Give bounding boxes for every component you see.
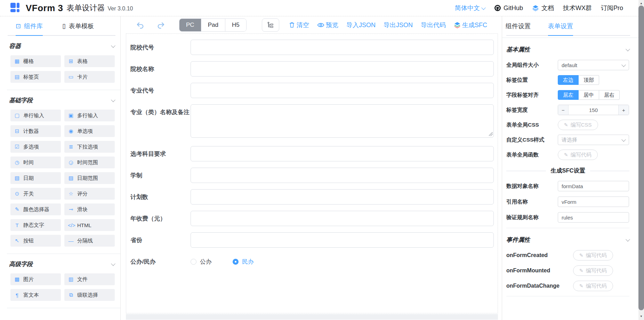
form-field-row[interactable]: 专业（类）名称及备注 (130, 104, 498, 138)
device-pc-button[interactable]: PC (179, 19, 201, 31)
widget-list-scroll[interactable]: 容器 ▦ 栅格 ⊞ 表格 ▤ 标 (0, 36, 120, 320)
label-align-right[interactable]: 居右 (599, 90, 620, 100)
scroll-up-arrow-icon[interactable]: ▲ (638, 1, 644, 6)
ref-name-input[interactable] (558, 197, 629, 207)
field-input[interactable] (191, 168, 494, 183)
undo-button[interactable] (136, 21, 145, 29)
label-position-top[interactable]: 顶部 (579, 75, 599, 85)
tab-form-templates[interactable]: ▯ 表单模板 (62, 16, 94, 36)
field-input[interactable] (191, 83, 494, 98)
widget-item[interactable]: ▧ 日期 (10, 172, 61, 184)
form-field-row[interactable]: 选考科目要求 (130, 146, 498, 161)
form-field-row[interactable]: 省份 (130, 232, 498, 248)
export-json-button[interactable]: 导出JSON (384, 21, 413, 29)
field-input[interactable] (191, 40, 494, 55)
widget-item[interactable]: T 静态文字 (10, 219, 61, 231)
language-selector[interactable]: 简体中文 (455, 4, 485, 12)
vertical-scrollbar[interactable]: ▲ ▼ (638, 0, 644, 320)
form-field-row[interactable]: 计划数 (130, 189, 498, 205)
label-width-value[interactable]: 150 (569, 105, 618, 115)
widget-item[interactable]: ▢ 单行输入 (10, 110, 61, 121)
field-input[interactable] (191, 146, 494, 161)
radio-option-private[interactable]: 民办 (233, 258, 254, 266)
data-object-input[interactable] (558, 181, 629, 191)
widget-item[interactable]: ⧉ 级联选择 (64, 289, 115, 301)
widget-item[interactable]: ¶ 富文本 (10, 289, 61, 301)
global-size-select[interactable]: default (558, 60, 629, 70)
custom-css-select[interactable]: 请选择 (558, 135, 629, 145)
label-align-left[interactable]: 居左 (558, 90, 579, 100)
widget-item[interactable]: ⊞ 表格 (64, 55, 115, 67)
wechat-group-link[interactable]: 技术WX群 (563, 4, 592, 12)
device-h5-button[interactable]: H5 (225, 19, 246, 31)
event-attrs-header[interactable]: 事件属性 (506, 236, 629, 244)
scrollbar-thumb[interactable] (638, 6, 644, 310)
section-header-containers[interactable]: 容器 (9, 42, 115, 50)
widget-item[interactable]: ◉ 单选项 (64, 125, 115, 137)
label-align-center[interactable]: 居中 (579, 90, 599, 100)
widget-item[interactable]: ▦ 栅格 (10, 55, 61, 67)
section-header-basic-fields[interactable]: 基础字段 (9, 96, 115, 104)
edit-onformcreated-button[interactable]: ✎ 编写代码 (573, 250, 613, 261)
field-input[interactable] (191, 232, 494, 248)
clear-button[interactable]: 清空 (289, 21, 309, 29)
widget-item[interactable]: ◶ 时间范围 (64, 157, 115, 168)
scroll-down-arrow-icon[interactable]: ▼ (638, 314, 644, 319)
redo-button[interactable] (156, 21, 165, 29)
node-tree-button[interactable] (262, 18, 279, 32)
widget-item[interactable]: ⊟ 计数器 (10, 125, 61, 137)
widget-item[interactable]: ☑ 多选项 (10, 141, 61, 153)
device-pad-button[interactable]: Pad (201, 19, 225, 31)
rules-name-input[interactable] (558, 212, 629, 223)
docs-link[interactable]: 文档 (532, 4, 554, 12)
form-field-row[interactable]: 院校名称 (130, 61, 498, 77)
widget-item[interactable]: — 分隔线 (64, 235, 115, 247)
widget-item[interactable]: ⊸ 滑块 (64, 203, 115, 215)
chevron-down-icon (621, 137, 626, 142)
generate-sfc-button[interactable]: 生成SFC (454, 21, 487, 29)
widget-item[interactable]: ▤ 标签页 (10, 71, 61, 83)
widget-item[interactable]: ▣ 多行输入 (64, 110, 115, 121)
form-field-row[interactable]: 年收费（元） (130, 211, 498, 226)
import-json-button[interactable]: 导入JSON (346, 21, 376, 29)
export-code-button[interactable]: 导出代码 (421, 21, 446, 29)
widget-item[interactable]: ▨ 日期范围 (64, 172, 115, 184)
widget-item[interactable]: ↖ 按钮 (10, 235, 61, 247)
edit-functions-button[interactable]: ✎ 编写代码 (558, 150, 598, 160)
field-input[interactable] (191, 189, 494, 205)
field-input[interactable] (191, 211, 494, 226)
form-field-row[interactable]: 专业代号 (130, 83, 498, 98)
widget-item[interactable]: ☆ 评分 (64, 188, 115, 200)
form-field-row[interactable]: 公办/民办 公办 民办 (130, 254, 498, 269)
section-header-advanced-fields[interactable]: 高级字段 (9, 260, 115, 268)
form-canvas[interactable]: 院校代号 院校名称 专业代号 专业（类）名称及备注 选考科目要求 (126, 33, 498, 313)
tab-form-settings[interactable]: 表单设置 (548, 16, 573, 36)
subscribe-pro-link[interactable]: 订阅Pro (601, 4, 623, 12)
edit-onformmounted-button[interactable]: ✎ 编写代码 (573, 265, 613, 276)
widget-item[interactable]: ▩ 图片 (10, 273, 61, 285)
field-input[interactable] (191, 61, 494, 77)
edit-onformdatachange-button[interactable]: ✎ 编写代码 (573, 281, 613, 291)
tab-component-library[interactable]: ⊡ 组件库 (16, 16, 43, 36)
tab-widget-settings[interactable]: 组件设置 (506, 16, 531, 36)
widget-item[interactable]: ≣ 下拉选项 (64, 141, 115, 153)
form-field-row[interactable]: 院校代号 (130, 40, 498, 55)
github-link[interactable]: GitHub (494, 5, 523, 12)
form-field-row[interactable]: 学制 (130, 168, 498, 183)
edit-css-button[interactable]: ✎ 编写CSS (558, 120, 598, 130)
widget-item-label: 时间范围 (77, 159, 98, 166)
field-textarea[interactable] (191, 104, 494, 138)
increment-button[interactable]: + (618, 105, 629, 115)
widget-item[interactable]: ⊙ 开关 (10, 188, 61, 200)
label-position-left[interactable]: 左边 (558, 75, 579, 85)
widget-item[interactable]: ✎ 颜色选择器 (10, 203, 61, 215)
widget-item[interactable]: ◷ 时间 (10, 157, 61, 168)
widget-item[interactable]: </> HTML (64, 219, 115, 231)
widget-item[interactable]: ▭ 卡片 (64, 71, 115, 83)
preview-button[interactable]: 预览 (317, 21, 338, 29)
widget-item[interactable]: ▥ 文件 (64, 273, 115, 285)
horizontal-scrollbar[interactable] (126, 314, 498, 320)
basic-attrs-header[interactable]: 基本属性 (506, 46, 629, 54)
decrement-button[interactable]: − (558, 105, 569, 115)
radio-option-public[interactable]: 公办 (191, 258, 212, 266)
